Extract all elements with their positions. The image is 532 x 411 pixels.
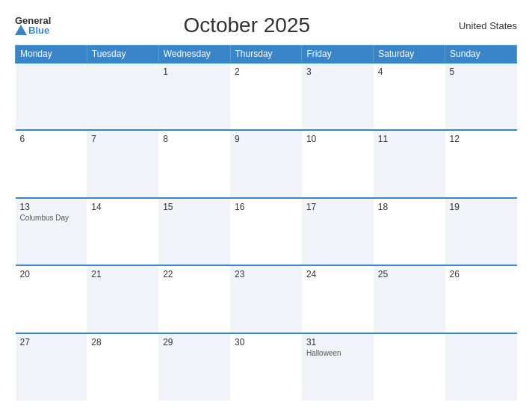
calendar-cell-w5d3: 29 — [158, 333, 230, 401]
header: General Blue October 2025 United States — [15, 13, 517, 37]
logo-blue-text: Blue — [28, 25, 49, 35]
calendar-cell-w5d6 — [374, 333, 445, 401]
calendar-cell-w5d5: 31Halloween — [302, 333, 374, 401]
day-number: 15 — [163, 202, 226, 212]
calendar-cell-w2d4: 9 — [230, 130, 302, 197]
day-number: 23 — [235, 269, 297, 279]
calendar-cell-w3d3: 15 — [158, 198, 230, 265]
day-number: 12 — [450, 134, 513, 144]
weekday-header-tuesday: Tuesday — [87, 46, 158, 64]
calendar-cell-w3d6: 18 — [374, 198, 445, 265]
day-number: 31 — [306, 337, 369, 347]
day-number: 27 — [20, 337, 83, 347]
day-number: 10 — [306, 134, 369, 144]
day-number: 22 — [163, 269, 226, 279]
week-row-1: 12345 — [16, 63, 517, 130]
calendar-cell-w2d6: 11 — [374, 130, 445, 197]
day-number: 18 — [378, 202, 441, 212]
weekday-header-saturday: Saturday — [374, 46, 445, 64]
day-number: 8 — [163, 134, 226, 144]
calendar-cell-w4d4: 23 — [230, 265, 302, 333]
calendar-cell-w2d1: 6 — [16, 130, 87, 197]
day-number: 13 — [20, 202, 83, 212]
weekday-header-friday: Friday — [302, 46, 374, 64]
day-number: 6 — [20, 134, 83, 144]
calendar-cell-w5d7 — [445, 333, 517, 401]
day-number: 16 — [235, 202, 297, 212]
week-row-5: 2728293031Halloween — [16, 333, 517, 401]
day-number: 30 — [235, 337, 297, 347]
week-row-3: 13Columbus Day141516171819 — [16, 198, 517, 265]
calendar-title: October 2025 — [51, 13, 442, 37]
calendar-cell-w2d3: 8 — [158, 130, 230, 197]
day-number: 3 — [306, 67, 369, 77]
calendar-cell-w4d6: 25 — [374, 265, 445, 333]
day-number: 20 — [20, 269, 83, 279]
day-number: 28 — [91, 337, 154, 347]
calendar-cell-w4d1: 20 — [16, 265, 87, 333]
day-number: 17 — [306, 202, 369, 212]
calendar-page: General Blue October 2025 United States … — [0, 0, 532, 411]
day-number: 5 — [450, 67, 513, 77]
logo-blue-row: Blue — [15, 25, 49, 35]
day-number: 1 — [163, 67, 226, 77]
calendar-cell-w4d2: 21 — [87, 265, 158, 333]
logo: General Blue — [15, 16, 51, 35]
weekday-header-thursday: Thursday — [230, 46, 302, 64]
weekday-header-row: MondayTuesdayWednesdayThursdayFridaySatu… — [16, 46, 517, 64]
calendar-table: MondayTuesdayWednesdayThursdayFridaySatu… — [15, 45, 517, 401]
calendar-cell-w4d7: 26 — [445, 265, 517, 333]
day-number: 7 — [91, 134, 154, 144]
week-row-4: 20212223242526 — [16, 265, 517, 333]
day-number: 25 — [378, 269, 441, 279]
weekday-header-sunday: Sunday — [445, 46, 517, 64]
calendar-cell-w3d2: 14 — [87, 198, 158, 265]
calendar-cell-w1d6: 4 — [374, 63, 445, 130]
event-label: Columbus Day — [20, 214, 83, 222]
day-number: 24 — [306, 269, 369, 279]
calendar-cell-w5d1: 27 — [16, 333, 87, 401]
calendar-cell-w5d4: 30 — [230, 333, 302, 401]
calendar-cell-w1d4: 2 — [230, 63, 302, 130]
calendar-cell-w2d5: 10 — [302, 130, 374, 197]
calendar-cell-w1d2 — [87, 63, 158, 130]
day-number: 29 — [163, 337, 226, 347]
calendar-cell-w3d7: 19 — [445, 198, 517, 265]
weekday-header-monday: Monday — [16, 46, 87, 64]
calendar-cell-w5d2: 28 — [87, 333, 158, 401]
calendar-cell-w2d7: 12 — [445, 130, 517, 197]
day-number: 14 — [91, 202, 154, 212]
calendar-cell-w3d4: 16 — [230, 198, 302, 265]
event-label: Halloween — [306, 349, 369, 357]
calendar-cell-w1d5: 3 — [302, 63, 374, 130]
calendar-cell-w1d7: 5 — [445, 63, 517, 130]
day-number: 19 — [450, 202, 513, 212]
calendar-cell-w4d3: 22 — [158, 265, 230, 333]
day-number: 2 — [235, 67, 297, 77]
calendar-cell-w1d3: 1 — [158, 63, 230, 130]
calendar-cell-w3d1: 13Columbus Day — [16, 198, 87, 265]
calendar-cell-w1d1 — [16, 63, 87, 130]
weekday-header-wednesday: Wednesday — [158, 46, 230, 64]
logo-triangle-icon — [15, 25, 27, 35]
country-label: United States — [442, 20, 517, 31]
week-row-2: 6789101112 — [16, 130, 517, 197]
day-number: 9 — [235, 134, 297, 144]
day-number: 4 — [378, 67, 441, 77]
calendar-cell-w2d2: 7 — [87, 130, 158, 197]
day-number: 11 — [378, 134, 441, 144]
day-number: 21 — [91, 269, 154, 279]
day-number: 26 — [450, 269, 513, 279]
calendar-cell-w4d5: 24 — [302, 265, 374, 333]
calendar-cell-w3d5: 17 — [302, 198, 374, 265]
